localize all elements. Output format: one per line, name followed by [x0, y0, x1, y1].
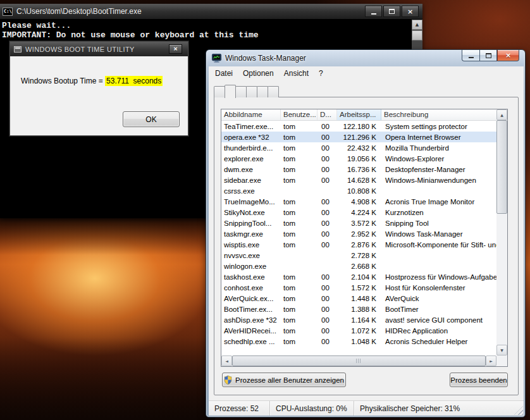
process-row[interactable]: sidebar.exe tom 00 14.628 K Windows-Mini…	[221, 175, 496, 185]
console-close-button[interactable]: ×	[402, 6, 419, 17]
console-maximize-button[interactable]	[383, 6, 400, 17]
maximize-icon	[389, 9, 395, 14]
scroll-down-icon[interactable]: ▼	[496, 345, 507, 355]
process-memory: 4.908 K	[337, 198, 381, 206]
ok-button[interactable]: OK	[123, 111, 180, 127]
process-row[interactable]: taskhost.exe tom 00 2.104 K Hostprozess …	[221, 271, 496, 282]
process-name: wisptis.exe	[221, 241, 281, 249]
horizontal-scrollbar[interactable]: ◄ ►	[221, 355, 496, 366]
tab[interactable]	[268, 86, 279, 97]
close-icon: ×	[407, 8, 413, 15]
thumb-grip	[356, 359, 362, 363]
dialog-title: WINDOWS BOOT TIME UTILITY	[25, 46, 169, 53]
process-row[interactable]: SnippingTool... tom 00 3.572 K Snipping …	[221, 218, 496, 228]
process-name: nvvsvc.exe	[221, 252, 281, 259]
menu-item[interactable]: Optionen	[238, 67, 279, 80]
dialog-close-button[interactable]: ×	[169, 44, 182, 54]
process-row[interactable]: ashDisp.exe *32 tom 00 1.164 K avast! se…	[221, 314, 496, 325]
process-cpu: 00	[317, 219, 337, 227]
console-titlebar[interactable]: C:\ C:\Users\tom\Desktop\BootTimer.exe ×	[0, 4, 422, 20]
process-cpu: 00	[317, 338, 337, 345]
horizontal-scrollbar-thumb[interactable]	[232, 355, 486, 366]
tab[interactable]	[225, 85, 236, 98]
process-row[interactable]: winlogon.exe 2.668 K	[221, 261, 496, 271]
process-row[interactable]: csrss.exe 10.808 K	[221, 185, 496, 196]
tab[interactable]	[235, 86, 247, 97]
column-header[interactable]: Beschreibung	[381, 109, 496, 120]
column-header[interactable]: Benutze...	[281, 109, 317, 120]
process-description: Snipping Tool	[381, 219, 496, 227]
process-row[interactable]: dwm.exe tom 00 16.736 K Desktopfenster-M…	[221, 164, 496, 175]
process-description: Kurznotizen	[381, 209, 496, 216]
process-row[interactable]: wisptis.exe tom 00 2.876 K Microsoft-Kom…	[221, 239, 496, 250]
tab[interactable]	[257, 86, 268, 97]
task-manager-titlebar[interactable]: Windows Task-Manager ×	[206, 50, 525, 66]
scrollbar-corner	[496, 355, 507, 366]
process-row[interactable]: conhost.exe tom 00 1.572 K Host für Kons…	[221, 282, 496, 293]
process-cpu: 00	[317, 230, 337, 238]
process-cpu: 00	[317, 144, 337, 152]
process-user: tom	[281, 316, 317, 324]
process-row[interactable]: BootTimer.ex... tom 00 1.388 K BootTimer	[221, 304, 496, 314]
column-header[interactable]: Abbildname	[221, 109, 281, 120]
close-icon: ×	[505, 52, 511, 59]
tab-strip	[214, 84, 278, 97]
process-cpu: 00	[317, 133, 337, 141]
tab[interactable]	[246, 86, 257, 97]
processes-tab-page: AbbildnameBenutze...D...Arbeitssp...Besc…	[214, 97, 519, 395]
process-row[interactable]: StikyNot.exe tom 00 4.224 K Kurznotizen	[221, 207, 496, 218]
process-name: sidebar.exe	[221, 176, 281, 184]
scroll-up-icon[interactable]: ▲	[496, 109, 507, 120]
process-description: avast! service GUI component	[381, 316, 496, 324]
process-row[interactable]: TrueImageMo... tom 00 4.908 K Acronis Tr…	[221, 196, 496, 207]
console-scrollbar-thumb[interactable]	[412, 30, 422, 40]
end-process-button[interactable]: Prozess beenden	[450, 373, 508, 387]
vertical-scrollbar-thumb[interactable]	[496, 120, 507, 214]
vertical-scrollbar[interactable]: ▲ ▼	[496, 109, 507, 355]
column-header[interactable]: Arbeitssp...	[337, 109, 381, 120]
process-row[interactable]: AVerQuick.ex... tom 00 1.448 K AVerQuick	[221, 293, 496, 304]
process-list-body: TeaTimer.exe... tom 00 122.180 K System …	[221, 121, 496, 355]
console-line: Please wait...	[2, 21, 412, 30]
menu-item[interactable]: Datei	[210, 67, 238, 80]
process-cpu: 00	[317, 295, 337, 302]
close-button[interactable]: ×	[497, 50, 519, 61]
column-header[interactable]: D...	[317, 109, 337, 120]
minimize-button[interactable]	[462, 50, 479, 61]
process-description: Microsoft-Komponente für Stift- und Fing…	[381, 241, 496, 249]
process-user: tom	[281, 123, 317, 130]
process-description: Opera Internet Browser	[381, 133, 496, 141]
process-row[interactable]: opera.exe *32 tom 00 121.296 K Opera Int…	[221, 132, 496, 142]
show-all-processes-button[interactable]: Prozesse aller Benutzer anzeigen	[222, 373, 346, 387]
menu-item[interactable]: Ansicht	[279, 67, 314, 80]
process-cpu: 00	[317, 123, 337, 130]
process-row[interactable]: AVerHIDRecei... tom 00 1.072 K HIDRec Ap…	[221, 325, 496, 336]
process-row[interactable]: taskmgr.exe tom 00 2.952 K Windows Task-…	[221, 228, 496, 239]
minimize-icon	[371, 13, 376, 15]
process-memory: 1.388 K	[337, 306, 381, 313]
process-row[interactable]: nvvsvc.exe 2.728 K	[221, 250, 496, 261]
process-user: tom	[281, 295, 317, 302]
process-description: Windows Task-Manager	[381, 230, 496, 238]
process-name: opera.exe *32	[221, 133, 281, 141]
process-row[interactable]: schedhlp.exe ... tom 00 1.048 K Acronis …	[221, 336, 496, 347]
process-row[interactable]: explorer.exe tom 00 19.056 K Windows-Exp…	[221, 153, 496, 164]
scroll-left-icon[interactable]: ◄	[221, 355, 232, 366]
task-manager-client-area: DateiOptionenAnsicht? AbbildnameBenutze.…	[209, 66, 524, 416]
tab[interactable]	[214, 86, 225, 97]
maximize-button[interactable]	[479, 50, 497, 61]
process-user: tom	[281, 144, 317, 152]
console-minimize-button[interactable]	[365, 6, 382, 17]
process-memory: 10.808 K	[337, 187, 381, 195]
process-row[interactable]: TeaTimer.exe... tom 00 122.180 K System …	[221, 121, 496, 132]
menu-item[interactable]: ?	[314, 67, 328, 80]
window-title: Windows Task-Manager	[225, 54, 306, 63]
process-memory: 2.876 K	[337, 241, 381, 249]
scroll-up-icon[interactable]: ▲	[412, 20, 422, 30]
dialog-titlebar[interactable]: WINDOWS BOOT TIME UTILITY ×	[10, 42, 188, 56]
process-name: StikyNot.exe	[221, 209, 281, 216]
process-row[interactable]: thunderbird.e... tom 00 22.432 K Mozilla…	[221, 142, 496, 153]
console-line: IMPORTANT: Do not use mouse or keyboard …	[2, 30, 412, 40]
scroll-right-icon[interactable]: ►	[486, 355, 496, 366]
process-name: thunderbird.e...	[221, 144, 281, 152]
